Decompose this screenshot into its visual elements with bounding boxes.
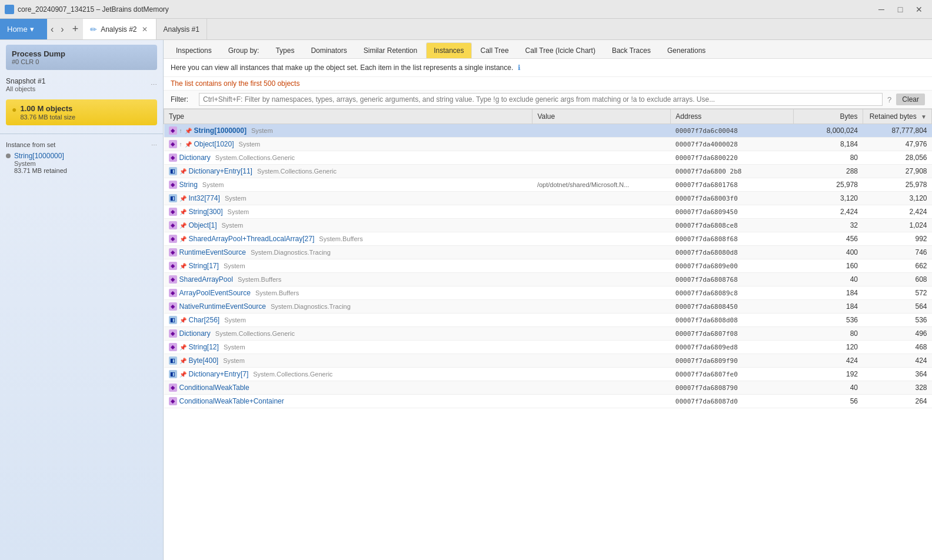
tab-icon: ✏ (90, 25, 97, 34)
col-type[interactable]: Type (164, 109, 532, 124)
type-address: 00007f7da6808d08 (671, 314, 794, 327)
objects-info: 1.00 M objects 83.76 MB total size (20, 104, 75, 121)
table-row[interactable]: ◈ 📌 String[17] System 00007f7da6809e0016… (164, 259, 932, 273)
tab-back-button[interactable]: ‹ (47, 19, 57, 39)
type-ns: System (224, 344, 245, 351)
analysis2-tab-label: Analysis #2 (101, 25, 137, 34)
info-bar: Here you can view all instances that mak… (164, 59, 932, 77)
table-row[interactable]: ◈ 📌 SharedArrayPool+ThreadLocalArray[27]… (164, 232, 932, 246)
table-row[interactable]: ◧ 📌 Byte[400] System 00007f7da6809f90424… (164, 354, 932, 368)
instance-item[interactable]: String[1000000] System 83.71 MB retained (6, 149, 157, 176)
table-row[interactable]: ◈ NativeRuntimeEventSource System.Diagno… (164, 300, 932, 314)
col-address[interactable]: Address (671, 109, 794, 124)
table-container[interactable]: Type Value Address Bytes Retained bytes … (164, 109, 932, 560)
table-row[interactable]: ◈ ArrayPoolEventSource System.Buffers 00… (164, 286, 932, 300)
analysis-tab-types[interactable]: Types (268, 42, 302, 58)
objects-item[interactable]: ● 1.00 M objects 83.76 MB total size (6, 99, 157, 125)
table-row[interactable]: ◈ ↑ 📌 String[1000000] System 00007f7da6c… (164, 124, 932, 138)
sidebar-divider (0, 134, 163, 134)
table-row[interactable]: ◈ 📌 String[300] System 00007f7da68094502… (164, 205, 932, 219)
ref-icon: ◈ (169, 289, 177, 297)
table-row[interactable]: ◈ Dictionary System.Collections.Generic … (164, 327, 932, 341)
type-value (532, 368, 671, 381)
type-value (532, 138, 671, 151)
type-bytes: 2,424 (794, 205, 863, 219)
instance-section-expand-icon[interactable]: ⋯ (151, 142, 157, 148)
content-area: InspectionsGroup by:TypesDominatorsSimil… (164, 40, 932, 560)
app-icon (5, 5, 14, 14)
analysis1-tab[interactable]: Analysis #1 (157, 19, 207, 39)
table-row[interactable]: ◈ RuntimeEventSource System.Diagnostics.… (164, 246, 932, 259)
type-ns: System.Diagnostics.Tracing (251, 249, 331, 256)
pinned-icon: 📌 (179, 168, 187, 175)
col-bytes[interactable]: Bytes (794, 109, 863, 124)
filter-clear-button[interactable]: Clear (896, 94, 925, 105)
analysis-tab-inspections[interactable]: Inspections (168, 42, 219, 58)
type-address: 00007f7da6808f68 (671, 232, 794, 246)
maximize-button[interactable]: □ (892, 4, 908, 15)
type-bytes: 25,978 (794, 178, 863, 192)
type-cell: ◈ ConditionalWeakTable (169, 384, 528, 392)
analysis-tab-call-tree[interactable]: Call Tree (473, 42, 517, 58)
type-cell: ◧ 📌 Dictionary+Entry[7] System.Collectio… (169, 370, 528, 378)
table-row[interactable]: ◈ ConditionalWeakTable 00007f7da68087904… (164, 381, 932, 395)
type-bytes: 536 (794, 314, 863, 327)
type-retained-bytes: 364 (863, 368, 931, 381)
tab-forward-button[interactable]: › (57, 19, 67, 39)
table-row[interactable]: ◧ 📌 Int32[774] System 00007f7da68003f03,… (164, 192, 932, 205)
table-row[interactable]: ◈ 📌 Object[1] System 00007f7da6808ce8321… (164, 219, 932, 232)
type-address: 00007f7da6809e00 (671, 259, 794, 273)
analysis-tab-group-by[interactable]: Group by: (221, 42, 267, 58)
analysis2-close-icon[interactable]: ✕ (141, 24, 149, 35)
table-row[interactable]: ◧ 📌 Dictionary+Entry[11] System.Collecti… (164, 165, 932, 178)
analysis-tab-dominators[interactable]: Dominators (303, 42, 354, 58)
type-address: 00007f7da6801768 (671, 178, 794, 192)
table-row[interactable]: ◈ String System /opt/dotnet/shared/Micro… (164, 178, 932, 192)
filter-input[interactable] (199, 93, 883, 106)
arr-ref-icon: ◈ (169, 343, 177, 351)
home-tab[interactable]: Home ▾ (0, 19, 47, 39)
table-row[interactable]: ◈ ConditionalWeakTable+Container 00007f7… (164, 395, 932, 408)
type-value (532, 314, 671, 327)
snapshot-expand-icon[interactable]: ⋯ (151, 81, 157, 89)
analysis-tab-call-tree-icicle[interactable]: Call Tree (Icicle Chart) (518, 42, 603, 58)
type-bytes: 184 (794, 286, 863, 300)
arr-val-icon: ◧ (169, 370, 177, 378)
close-button[interactable]: ✕ (911, 4, 927, 15)
col-retained[interactable]: Retained bytes ▼ (863, 109, 931, 124)
arr-val-icon: ◧ (169, 167, 177, 175)
minimize-button[interactable]: ─ (873, 4, 890, 15)
type-address: 00007f7da6807f08 (671, 327, 794, 341)
table-row[interactable]: ◈ SharedArrayPool System.Buffers 00007f7… (164, 273, 932, 286)
type-value (532, 232, 671, 246)
process-dump-title: Process Dump (12, 49, 151, 58)
filter-help-icon[interactable]: ? (887, 95, 891, 104)
type-bytes: 424 (794, 354, 863, 368)
table-row[interactable]: ◧ 📌 Char[256] System 00007f7da6808d08536… (164, 314, 932, 327)
arr-val-icon: ◧ (169, 194, 177, 202)
type-cell: ◈ 📌 String[12] System (169, 343, 528, 351)
type-name: RuntimeEventSource (179, 248, 246, 256)
table-row[interactable]: ◈ Dictionary System.Collections.Generic … (164, 151, 932, 165)
table-row[interactable]: ◧ 📌 Dictionary+Entry[7] System.Collectio… (164, 368, 932, 381)
analysis-tab-generations[interactable]: Generations (660, 42, 713, 58)
ref-icon: ◈ (169, 275, 177, 284)
type-retained-bytes: 572 (863, 286, 931, 300)
col-value[interactable]: Value (532, 109, 671, 124)
type-ns: System.Collections.Generic (253, 371, 332, 378)
analysis-tab-back-traces[interactable]: Back Traces (604, 42, 658, 58)
table-row[interactable]: ◈ ↑ 📌 Object[1020] System 00007f7da40000… (164, 138, 932, 151)
analysis2-tab[interactable]: ✏ Analysis #2 ✕ (83, 19, 156, 39)
instance-size: 83.71 MB retained (14, 167, 67, 174)
new-tab-button[interactable]: + (68, 19, 84, 39)
type-value (532, 192, 671, 205)
type-cell: ◈ String System (169, 181, 528, 189)
analysis-tab-instances[interactable]: Instances (426, 42, 471, 58)
arr-ref-icon: ◈ (169, 235, 177, 243)
home-tab-label: Home (7, 25, 28, 34)
instances-table: Type Value Address Bytes Retained bytes … (164, 109, 932, 408)
type-value (532, 273, 671, 286)
table-row[interactable]: ◈ 📌 String[12] System 00007f7da6809ed812… (164, 341, 932, 354)
analysis-tab-similar-retention[interactable]: Similar Retention (356, 42, 425, 58)
type-ns: System.Buffers (238, 276, 281, 283)
